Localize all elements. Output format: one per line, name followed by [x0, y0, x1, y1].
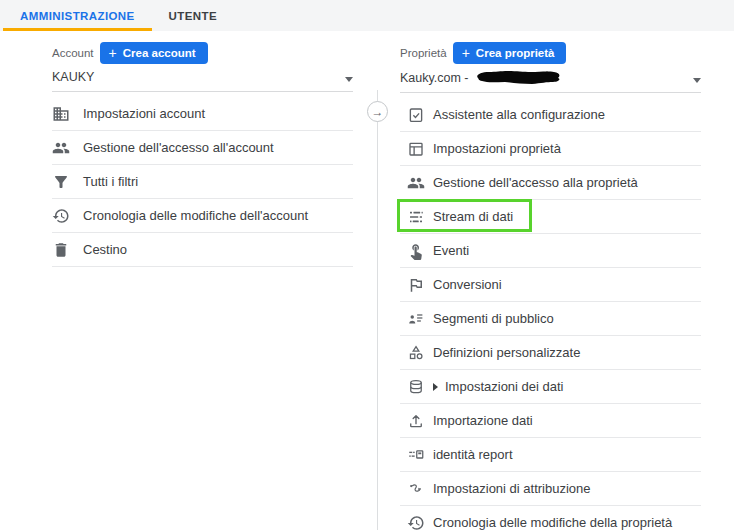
collapsed-arrow-icon[interactable] [433, 383, 438, 391]
menu-item-cronologia-proprieta[interactable]: Cronologia delle modifiche della proprie… [400, 506, 701, 530]
menu-item-cestino[interactable]: Cestino [52, 233, 353, 267]
identity-icon [407, 446, 425, 464]
menu-item-impostazioni-dei-dati[interactable]: Impostazioni dei dati [400, 370, 701, 404]
menu-item-label: Impostazioni proprietà [433, 141, 561, 156]
menu-item-label: Assistente alla configurazione [433, 107, 605, 122]
audience-icon [407, 310, 425, 328]
tab-utente-label: UTENTE [169, 10, 217, 22]
menu-item-label: Impostazioni di attribuzione [433, 481, 591, 496]
history-icon [52, 207, 70, 225]
redacted-text [473, 70, 561, 85]
create-property-button[interactable]: + Crea proprietà [453, 42, 567, 64]
people-icon [407, 174, 425, 192]
menu-item-label: Conversioni [433, 277, 502, 292]
property-selector-value: Kauky.com - [400, 71, 469, 85]
menu-item-segmenti-di-pubblico[interactable]: Segmenti di pubblico [400, 302, 701, 336]
attribution-icon [407, 480, 425, 498]
menu-item-stream-di-dati[interactable]: Stream di dati [400, 200, 701, 234]
property-column: Proprietà + Crea proprietà Kauky.com - A… [400, 42, 701, 530]
trash-icon [52, 241, 70, 259]
menu-item-label: Eventi [433, 243, 469, 258]
menu-item-label: Importazione dati [433, 413, 533, 428]
plus-icon: + [109, 46, 117, 60]
filter-icon [52, 173, 70, 191]
right-arrow-icon: → [372, 106, 384, 118]
create-account-button-label: Crea account [123, 47, 196, 59]
chevron-down-icon [693, 78, 701, 83]
property-selector[interactable]: Kauky.com - [400, 70, 701, 93]
plus-icon: + [462, 46, 470, 60]
menu-item-gestione-accesso-proprieta[interactable]: Gestione dell'accesso alla proprietà [400, 166, 701, 200]
touch-icon [407, 242, 425, 260]
flag-icon [407, 276, 425, 294]
menu-item-tutti-i-filtri[interactable]: Tutti i filtri [52, 165, 353, 199]
menu-item-label: Cronologia delle modifiche dell'account [83, 208, 308, 223]
active-tab-underline [3, 28, 152, 31]
account-label: Account [52, 47, 94, 59]
menu-item-definizioni-personalizzate[interactable]: Definizioni personalizzate [400, 336, 701, 370]
menu-item-label: Definizioni personalizzate [433, 345, 580, 360]
menu-item-impostazioni-proprieta[interactable]: Impostazioni proprietà [400, 132, 701, 166]
menu-item-label: Cestino [83, 242, 127, 257]
menu-item-label: Impostazioni dei dati [445, 379, 564, 394]
menu-item-eventi[interactable]: Eventi [400, 234, 701, 268]
history-icon [407, 514, 425, 530]
window-icon [407, 140, 425, 158]
menu-item-gestione-accesso-account[interactable]: Gestione dell'accesso all'account [52, 131, 353, 165]
tab-utente[interactable]: UTENTE [152, 0, 234, 31]
menu-item-label: Segmenti di pubblico [433, 311, 554, 326]
menu-item-impostazioni-di-attribuzione[interactable]: Impostazioni di attribuzione [400, 472, 701, 506]
menu-item-label: identità report [433, 447, 513, 462]
upload-icon [407, 412, 425, 430]
menu-item-cronologia-account[interactable]: Cronologia delle modifiche dell'account [52, 199, 353, 233]
menu-item-assistente-configurazione[interactable]: Assistente alla configurazione [400, 98, 701, 132]
menu-item-label: Tutti i filtri [83, 174, 138, 189]
menu-item-label: Gestione dell'accesso alla proprietà [433, 175, 638, 190]
menu-item-label: Stream di dati [433, 209, 513, 224]
menu-item-label: Gestione dell'accesso all'account [83, 140, 274, 155]
menu-item-label: Impostazioni account [83, 106, 205, 121]
create-property-button-label: Crea proprietà [476, 47, 555, 59]
property-menu: Assistente alla configurazione Impostazi… [400, 98, 701, 530]
menu-item-importazione-dati[interactable]: Importazione dati [400, 404, 701, 438]
menu-item-impostazioni-account[interactable]: Impostazioni account [52, 97, 353, 131]
tab-amministrazione-label: AMMINISTRAZIONE [20, 10, 135, 22]
shapes-icon [407, 344, 425, 362]
account-selector[interactable]: KAUKY [52, 70, 353, 92]
building-icon [52, 105, 70, 123]
database-icon [407, 378, 425, 396]
create-account-button[interactable]: + Crea account [100, 42, 208, 64]
menu-item-conversioni[interactable]: Conversioni [400, 268, 701, 302]
people-icon [52, 139, 70, 157]
chevron-down-icon [345, 77, 353, 82]
account-menu: Impostazioni account Gestione dell'acces… [52, 97, 353, 267]
tab-amministrazione[interactable]: AMMINISTRAZIONE [3, 0, 152, 31]
tab-bar: AMMINISTRAZIONE UTENTE [0, 0, 734, 31]
menu-item-label: Cronologia delle modifiche della proprie… [433, 515, 672, 530]
admin-page: AMMINISTRAZIONE UTENTE → Account + Crea … [0, 0, 734, 530]
account-selector-value: KAUKY [52, 70, 94, 84]
data-stream-icon [407, 208, 425, 226]
clipboard-check-icon [407, 106, 425, 124]
account-column: Account + Crea account KAUKY Impostazion… [52, 42, 353, 267]
property-header: Proprietà + Crea proprietà [400, 42, 701, 64]
account-header: Account + Crea account [52, 42, 353, 64]
property-label: Proprietà [400, 47, 447, 59]
column-divider [377, 90, 378, 530]
column-connector-button[interactable]: → [367, 101, 388, 122]
menu-item-identita-report[interactable]: identità report [400, 438, 701, 472]
